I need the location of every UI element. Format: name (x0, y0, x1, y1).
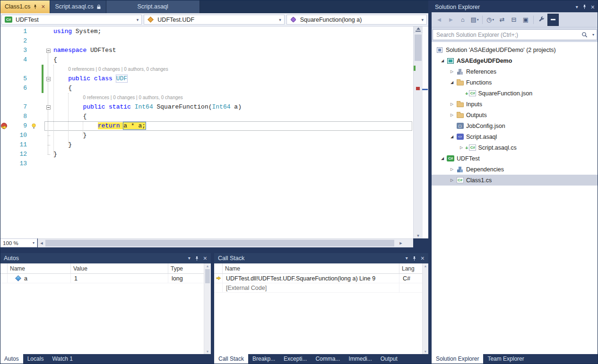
document-tab-script-asaql[interactable]: Script.asaql (106, 0, 200, 13)
close-icon[interactable]: × (591, 4, 595, 10)
breakpoint-margin[interactable] (0, 131, 9, 140)
fold-margin[interactable] (44, 93, 52, 102)
scrollbar-thumb[interactable] (415, 34, 422, 61)
scroll-down-icon[interactable]: ▼ (414, 234, 423, 238)
fold-margin[interactable] (44, 112, 52, 121)
autos-tab-locals[interactable]: Locals (23, 354, 48, 364)
code-editor[interactable]: 1using System;23namespace UDFTest4{0 ref… (0, 26, 413, 238)
collapse-toggle-icon[interactable] (46, 77, 51, 81)
code-content[interactable]: return a * a; (52, 121, 413, 131)
callstack-tab-call-stack[interactable]: Call Stack (214, 354, 248, 364)
chevron-collapsed-icon[interactable]: ▷ (448, 178, 456, 182)
code-content[interactable] (52, 36, 413, 46)
splitter-handle[interactable] (414, 26, 423, 33)
code-content[interactable]: 0 references | 0 changes | 0 authors, 0 … (52, 65, 413, 74)
autos-tab-autos[interactable]: Autos (0, 354, 23, 364)
tree-item-inputs[interactable]: ▷Inputs (432, 99, 598, 110)
callstack-frame[interactable]: [External Code] (214, 283, 428, 293)
tree-item-squarefunction-json[interactable]: +C#SquareFunction.json (432, 88, 598, 99)
callstack-tab-immedi[interactable]: Immedi... (344, 354, 376, 364)
tree-item-class1-cs[interactable]: ▷C#Class1.cs (432, 175, 598, 186)
callstack-tab-comma[interactable]: Comma... (311, 354, 344, 364)
code-content[interactable]: 0 references | 0 changes | 0 authors, 0 … (52, 93, 413, 102)
fold-margin[interactable] (44, 102, 52, 112)
search-icon[interactable] (581, 32, 588, 39)
home-button[interactable]: ⌂ (457, 14, 468, 26)
tree-item-dependencies[interactable]: ▷Dependencies (432, 164, 598, 175)
breakpoint-margin[interactable] (0, 93, 9, 102)
breakpoint-margin[interactable] (0, 27, 9, 36)
tree-item-asaedgeudfdemo[interactable]: ◢ASAEdgeUDFDemo (432, 55, 598, 66)
code-content[interactable]: using System; (52, 27, 413, 36)
pin-icon[interactable] (195, 256, 199, 261)
fold-margin[interactable] (44, 84, 52, 93)
back-button[interactable]: ◄ (433, 14, 445, 26)
autos-row[interactable]: a1long (0, 274, 211, 283)
chevron-collapsed-icon[interactable]: ▷ (448, 113, 456, 117)
code-content[interactable]: { (52, 84, 413, 93)
code-content[interactable]: { (52, 55, 413, 65)
chevron-collapsed-icon[interactable]: ▷ (458, 145, 465, 150)
breakpoint-margin[interactable] (0, 65, 9, 74)
fold-margin[interactable] (44, 27, 52, 36)
autos-tab-watch-1[interactable]: Watch 1 (48, 354, 77, 364)
show-all-files-button[interactable]: ▣ (520, 14, 531, 26)
chevron-expanded-icon[interactable]: ◢ (439, 59, 446, 63)
collapse-toggle-icon[interactable] (46, 49, 51, 53)
callstack-tab-excepti[interactable]: Excepti... (279, 354, 311, 364)
chevron-collapsed-icon[interactable]: ▷ (448, 69, 456, 74)
breakpoint-margin[interactable] (0, 84, 9, 93)
tree-item-solution-asaedgeudfdemo-2-projects[interactable]: Solution 'ASAEdgeUDFDemo' (2 projects) (432, 44, 598, 55)
codelens-text[interactable]: 0 references | 0 changes | 0 authors, 0 … (53, 93, 183, 102)
breakpoint-margin[interactable] (0, 36, 9, 46)
tree-item-script-asaql-cs[interactable]: ▷+C#Script.asaql.cs (432, 142, 598, 153)
chevron-expanded-icon[interactable]: ◢ (439, 156, 446, 161)
breakpoint-margin[interactable] (0, 102, 9, 112)
sync-with-active-document-button[interactable]: ⇄ (496, 14, 508, 26)
breakpoint-margin[interactable] (0, 46, 9, 55)
code-content[interactable]: } (52, 131, 413, 140)
scroll-up-icon[interactable]: ▲ (204, 264, 211, 268)
scrollbar-thumb[interactable] (45, 240, 394, 246)
breakpoint-margin[interactable] (0, 150, 9, 159)
close-icon[interactable]: × (421, 255, 425, 262)
collapse-toggle-icon[interactable] (46, 105, 51, 110)
fold-margin[interactable] (44, 55, 52, 65)
code-content[interactable]: } (52, 140, 413, 150)
pin-icon[interactable] (582, 4, 587, 9)
chevron-expanded-icon[interactable]: ◢ (448, 80, 456, 85)
breakpoint-margin[interactable] (0, 112, 9, 121)
fold-margin[interactable] (44, 121, 52, 131)
collapse-all-button[interactable]: ⊟ (508, 14, 520, 26)
scroll-up-icon[interactable]: ▲ (423, 264, 428, 268)
window-position-icon[interactable]: ▾ (188, 256, 191, 261)
search-input[interactable] (433, 29, 597, 40)
tree-item-jobconfig-json[interactable]: {}JobConfig.json (432, 120, 598, 131)
tree-item-udftest[interactable]: ◢C#UDFTest (432, 153, 598, 164)
code-content[interactable] (52, 159, 413, 169)
scroll-down-icon[interactable]: ▼ (423, 350, 428, 353)
breakpoint-margin[interactable] (0, 159, 9, 169)
tree-item-outputs[interactable]: ▷Outputs (432, 110, 598, 120)
scrollbar-thumb[interactable] (205, 269, 210, 283)
fold-margin[interactable] (44, 65, 52, 74)
breakpoint-margin[interactable] (0, 74, 9, 84)
solution-tab-team-explorer[interactable]: Team Explorer (483, 354, 528, 364)
document-tab-class1-cs[interactable]: Class1.cs× (0, 0, 50, 13)
fold-margin[interactable] (44, 159, 52, 169)
scroll-down-icon[interactable]: ▼ (204, 350, 211, 353)
code-content[interactable]: public static Int64 SquareFunction(Int64… (52, 102, 413, 112)
breakpoint-margin[interactable] (0, 121, 9, 131)
preview-selected-items-button[interactable] (547, 14, 559, 26)
chevron-collapsed-icon[interactable]: ▷ (448, 102, 456, 106)
properties-button[interactable] (536, 14, 547, 26)
pin-icon[interactable] (33, 4, 37, 9)
solution-tab-solution-explorer[interactable]: Solution Explorer (432, 354, 483, 364)
pin-icon[interactable] (412, 256, 416, 261)
window-position-icon[interactable]: ▾ (406, 256, 408, 261)
tree-item-references[interactable]: ▷References (432, 66, 598, 77)
tree-item-functions[interactable]: ◢Functions (432, 77, 598, 88)
editor-horizontal-scrollbar[interactable]: ◄ ► (38, 238, 413, 247)
codelens-text[interactable]: 0 references | 0 changes | 0 authors, 0 … (53, 65, 168, 74)
fold-margin[interactable] (44, 74, 52, 84)
